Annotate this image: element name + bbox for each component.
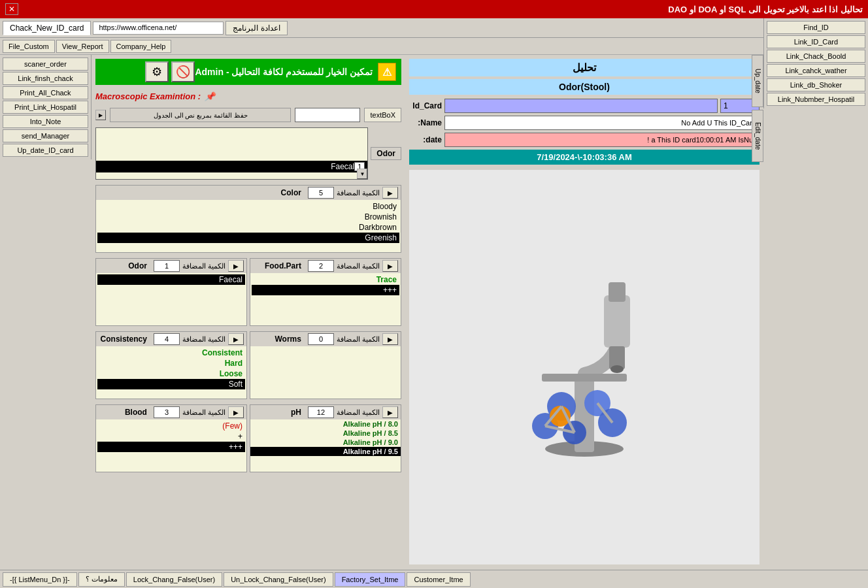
svg-rect-3 bbox=[609, 282, 626, 302]
color-item-darkbrown[interactable]: Darkbrown bbox=[97, 222, 399, 233]
link-nubmber-hospatil-button[interactable]: Link_Nubmber_Hospatil bbox=[767, 93, 865, 106]
odor-item-faecal[interactable]: Faecal bbox=[97, 274, 245, 285]
tab-url[interactable]: https://www.officena.net/ bbox=[93, 22, 224, 35]
color-count-input[interactable]: 5 bbox=[308, 187, 334, 199]
date-value: a This ID card10:00:01 AM IsNull ! bbox=[444, 133, 760, 147]
link-db-shoker-button[interactable]: Link_db_Shoker bbox=[767, 78, 865, 91]
into-note-button[interactable]: Into_Note bbox=[3, 115, 88, 128]
blood-item-few[interactable]: (Few) bbox=[97, 421, 245, 431]
odor-scroll-down[interactable]: ▼ bbox=[357, 169, 367, 179]
id-card-bar bbox=[444, 99, 718, 113]
warning-icon: ⚠ bbox=[378, 63, 396, 81]
ph-item-95[interactable]: Alkaline pH / 9.5 bbox=[250, 447, 401, 456]
macro-icon: 📌 bbox=[205, 91, 215, 101]
odor-selected-item: Faecal 1 bbox=[96, 161, 367, 172]
print-link-hospatil-button[interactable]: Print_Link_Hospatil bbox=[3, 101, 88, 114]
color-item-bloody[interactable]: Bloody bbox=[97, 201, 399, 212]
consistency-item-loose[interactable]: Loose bbox=[97, 368, 245, 379]
lock-chang-button[interactable]: Lock_Chang_False(User) bbox=[126, 572, 222, 587]
worms-list bbox=[250, 346, 401, 399]
unlock-chang-button[interactable]: Un_Lock_Chang_False(User) bbox=[224, 572, 333, 587]
up-date-id-card-button[interactable]: Up_date_ID_card bbox=[3, 144, 88, 157]
food-item-plus3[interactable]: +++ bbox=[252, 285, 399, 295]
settings-icon-button[interactable]: ⚙ bbox=[145, 61, 169, 82]
print-all-chack-button[interactable]: Print_All_Chack bbox=[3, 86, 88, 99]
food-count-input[interactable]: 2 bbox=[308, 260, 334, 272]
odor-foodpart-row: ▶ الكمية المضافة 1 Odor Faecal ▶ الكمية … bbox=[95, 258, 401, 329]
odor-count-input[interactable]: 1 bbox=[154, 260, 180, 272]
scaner-order-button[interactable]: scaner_order bbox=[3, 57, 88, 71]
svg-point-6 bbox=[610, 365, 624, 373]
odor-label: Odor bbox=[371, 147, 401, 160]
consistency-item-consistent[interactable]: Consistent bbox=[97, 348, 245, 358]
textbox-input[interactable] bbox=[295, 108, 360, 122]
worms-scroll-btn[interactable]: ▶ bbox=[382, 333, 398, 345]
tab-settings[interactable]: اعدادة البرنامج bbox=[225, 21, 287, 35]
blood-item-plus1[interactable]: + bbox=[97, 431, 245, 442]
macroscopic-label: Macroscopic Examintion : 📌 bbox=[95, 91, 401, 101]
odor-list: Faecal bbox=[96, 273, 246, 325]
toolbar: File_Custom View_Report Company_Help bbox=[0, 38, 868, 55]
cancel-icon-button[interactable]: 🚫 bbox=[171, 61, 195, 82]
file-custom-button[interactable]: File_Custom bbox=[3, 40, 55, 53]
ph-item-9[interactable]: Alkaline pH / 9.0 bbox=[250, 438, 401, 447]
consistency-item-soft[interactable]: Soft bbox=[97, 379, 245, 389]
analysis-header: تحليل bbox=[409, 59, 760, 76]
ph-item-8[interactable]: Alkaline pH / 8.0 bbox=[250, 419, 401, 429]
title-text: تحاليل اذا اعتد بالاخير تحويل الى SQL او… bbox=[668, 5, 863, 14]
ph-item-85[interactable]: Alkaline pH / 8.5 bbox=[250, 429, 401, 438]
blood-count-input[interactable]: 3 bbox=[154, 406, 180, 418]
link-id-card-button[interactable]: Link_ID_Card bbox=[767, 35, 865, 48]
microscope-svg bbox=[503, 276, 666, 459]
info-button[interactable]: معلومات ؟ bbox=[78, 572, 125, 587]
view-report-button[interactable]: View_Report bbox=[56, 40, 109, 53]
list-menu-button[interactable]: -[{ ListMenu_Dn }]- bbox=[3, 572, 77, 587]
link-chack-boold-button[interactable]: Link_Chack_Boold bbox=[767, 50, 865, 63]
status-bar: -[{ ListMenu_Dn }]- معلومات ؟ Lock_Chang… bbox=[0, 570, 868, 588]
up-date-tool[interactable]: Up_date bbox=[752, 55, 763, 107]
blood-item-plus3[interactable]: +++ bbox=[97, 442, 245, 452]
link-finsh-chack-button[interactable]: Link_finsh_chack bbox=[3, 72, 88, 85]
odor-dropdown-area[interactable]: Faecal 1 ▼ bbox=[95, 127, 368, 180]
consistency-item-hard[interactable]: Hard bbox=[97, 358, 245, 368]
food-item-trace[interactable]: Trace bbox=[252, 274, 399, 285]
ph-field-header: ▶ الكمية المضافة 12 pH bbox=[250, 405, 401, 419]
ph-list: Alkaline pH / 8.0 Alkaline pH / 8.5 Alka… bbox=[250, 419, 401, 472]
textbox-button[interactable]: textBoX bbox=[364, 108, 401, 122]
find-id-button[interactable]: Find_ID bbox=[767, 21, 865, 34]
tab-chack-new-id-card[interactable]: Chack_New_ID_card bbox=[3, 21, 91, 35]
edit-date-tool[interactable]: Edit_date bbox=[752, 110, 763, 162]
color-item-greenish[interactable]: Greenish bbox=[97, 233, 399, 243]
right-panel: تحليل Odor(Stool) 1 Id_Card No Add U Thi… bbox=[405, 55, 763, 568]
consistency-scroll-btn[interactable]: ▶ bbox=[228, 333, 244, 345]
blood-field-header: ▶ الكمية المضافة 3 Blood bbox=[96, 405, 246, 419]
odor-field-block: ▶ الكمية المضافة 1 Odor Faecal bbox=[95, 258, 247, 326]
food-scroll-btn[interactable]: ▶ bbox=[382, 260, 398, 272]
table-save-button[interactable]: حفظ القائمة بمربع نص الى الجدول bbox=[110, 108, 291, 122]
factory-set-button[interactable]: Factory_Set_Itme bbox=[335, 572, 406, 587]
ph-count-input[interactable]: 12 bbox=[308, 406, 334, 418]
food-part-field-block: ▶ الكمية المضافة 2 Food.Part Trace +++ bbox=[250, 258, 401, 326]
color-list: Bloody Brownish Darkbrown Greenish bbox=[96, 200, 401, 252]
color-field-block: ▶ الكمية المضافة 5 Color Bloody Brownish… bbox=[95, 185, 401, 253]
right-sidebar: Find_ID Link_ID_Card Link_Chack_Boold Li… bbox=[763, 18, 868, 108]
worms-field-header: ▶ الكمية المضافة 0 Worms bbox=[250, 332, 401, 346]
name-row: No Add U This ID_Card Name: bbox=[409, 116, 760, 130]
odor-scroll-btn[interactable]: ▶ bbox=[228, 260, 244, 272]
link-cahck-wather-button[interactable]: Link_cahck_wather bbox=[767, 64, 865, 77]
analysis-title: Odor(Stool) bbox=[409, 79, 760, 95]
company-help-button[interactable]: Company_Help bbox=[110, 40, 172, 53]
ph-scroll-btn[interactable]: ▶ bbox=[382, 406, 398, 418]
scroll-right-arrow[interactable]: ▶ bbox=[95, 110, 106, 120]
blood-scroll-btn[interactable]: ▶ bbox=[228, 406, 244, 418]
close-button[interactable]: ✕ bbox=[5, 3, 18, 15]
color-scroll-btn[interactable]: ▶ bbox=[382, 187, 398, 199]
worms-count-input[interactable]: 0 bbox=[308, 333, 334, 345]
consistency-count-input[interactable]: 4 bbox=[154, 333, 180, 345]
color-item-brownish[interactable]: Brownish bbox=[97, 212, 399, 222]
customer-itme-button[interactable]: Customer_Itme bbox=[407, 572, 470, 587]
consistency-field-header: ▶ الكمية المضافة 4 Consistency bbox=[96, 332, 246, 346]
odor-field-header: ▶ الكمية المضافة 1 Odor bbox=[96, 259, 246, 273]
send-manager-button[interactable]: send_Manager bbox=[3, 129, 88, 142]
date-row: a This ID card10:00:01 AM IsNull ! date: bbox=[409, 133, 760, 147]
